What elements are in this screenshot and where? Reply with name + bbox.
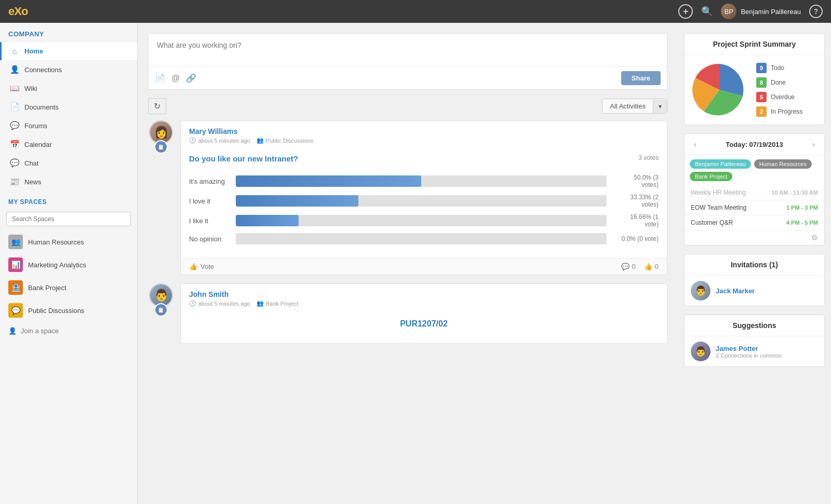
vote-label: Vote <box>200 263 214 270</box>
space-item-marketing[interactable]: 📊 Marketing Analytics <box>0 253 137 276</box>
activity-time-1: 🕐 about 5 minutes ago <box>189 137 250 144</box>
company-section-title: COMPANY <box>0 23 137 42</box>
filter-dropdown[interactable]: All Activities ▾ <box>602 99 667 114</box>
doc-preview: PUR1207/02 <box>181 311 667 343</box>
cal-tag-hr[interactable]: Human Resources <box>754 159 812 169</box>
jack-marker-avatar[interactable]: 👨 <box>691 281 711 301</box>
calendar-prev-button[interactable]: ‹ <box>691 139 700 149</box>
cal-tag-benjamin[interactable]: Benjamin Paillereau <box>690 159 751 169</box>
documents-icon: 📄 <box>10 102 19 112</box>
like-stat-1[interactable]: 👍 0 <box>644 263 659 270</box>
activity-author-2[interactable]: John Smith <box>189 290 659 298</box>
search-spaces-input[interactable] <box>6 212 131 226</box>
sidebar-item-chat[interactable]: 💬 Chat <box>0 154 137 172</box>
post-box: 📄 @ 🔗 Share <box>148 33 667 90</box>
home-icon: ⌂ <box>10 47 19 56</box>
james-potter-avatar[interactable]: 👨 <box>691 342 711 361</box>
poll-option-label-4: No opinion <box>189 235 231 243</box>
poll-option-label-3: I like it <box>189 217 231 225</box>
forums-icon: 💬 <box>10 121 19 130</box>
activity-item-2: 👨 📋 John Smith 🕐 about 5 minutes ago <box>148 283 667 344</box>
poll-option-2: I love it 33.33% (2votes) <box>189 194 659 208</box>
user-menu[interactable]: BP Benjamin Paillereau <box>721 4 801 19</box>
poll-option-label-2: I love it <box>189 197 231 205</box>
cal-event-hr-time: 10 AM - 11:30 AM <box>771 189 818 196</box>
hr-space-label: Human Resources <box>28 238 84 246</box>
poll-option-4: No opinion 0.0% (0 vote) <box>189 233 659 244</box>
activity-space-2: 👥 Bank Project <box>257 300 298 307</box>
poll-question: Do you like our new Intranet? <box>189 154 298 163</box>
jack-marker-name[interactable]: Jack Marker <box>716 287 755 295</box>
sidebar-item-label-news: News <box>24 178 42 186</box>
sidebar-item-news[interactable]: 📰 News <box>0 172 137 191</box>
like-count-1: 0 <box>655 263 659 270</box>
activity-author-1[interactable]: Mary Williams <box>189 127 659 135</box>
sidebar-item-wiki[interactable]: 📖 Wiki <box>0 79 137 98</box>
sidebar-item-label-connections: Connections <box>24 66 62 74</box>
logo-o: o <box>21 5 28 18</box>
sidebar-item-home[interactable]: ⌂ Home <box>0 42 137 60</box>
james-potter-name[interactable]: James Potter <box>716 345 818 352</box>
space-item-bank[interactable]: 🏦 Bank Project <box>0 276 137 299</box>
filter-label: All Activities <box>602 99 653 113</box>
logo[interactable]: eXo <box>8 5 28 18</box>
calendar-tags: Benjamin Paillereau Human Resources Bank… <box>685 155 824 185</box>
attach-file-icon[interactable]: 📄 <box>155 73 165 83</box>
sidebar-item-label-home: Home <box>24 47 43 55</box>
activity-footer-1: 👍 Vote 💬 0 👍 0 <box>181 258 667 275</box>
sidebar-item-documents[interactable]: 📄 Documents <box>0 98 137 116</box>
top-nav-right: + 🔍 BP Benjamin Paillereau ? <box>678 4 823 19</box>
activity-timeago-2: about 5 minutes ago <box>198 301 250 307</box>
post-toolbar-icons: 📄 @ 🔗 <box>155 73 196 83</box>
poll-bar-container-2 <box>236 195 607 207</box>
poll-pct-2: 33.33% (2votes) <box>612 194 659 208</box>
marketing-space-icon: 📊 <box>8 257 23 272</box>
activity-space-name-2[interactable]: Bank Project <box>266 301 298 307</box>
add-icon[interactable]: + <box>678 4 693 19</box>
doc-type-icon: 📋 <box>154 303 168 317</box>
mention-icon[interactable]: @ <box>171 74 180 83</box>
doc-title[interactable]: PUR1207/02 <box>189 319 659 329</box>
link-icon[interactable]: 🔗 <box>186 73 196 83</box>
calendar-settings-icon[interactable]: ⚙ <box>685 230 824 245</box>
poll-content: Do you like our new Intranet? 3 votes It… <box>181 148 667 258</box>
sidebar-item-calendar[interactable]: 📅 Calendar <box>0 135 137 154</box>
legend-todo: 9 Todo <box>756 63 802 73</box>
refresh-button[interactable]: ↻ <box>148 98 166 114</box>
calendar-icon: 📅 <box>10 140 19 149</box>
invitations-widget: Invitations (1) 👨 Jack Marker <box>684 254 825 306</box>
calendar-next-button[interactable]: › <box>809 139 818 149</box>
cal-event-hr-meeting[interactable]: Weekly HR Meeting 10 AM - 11:30 AM <box>685 185 824 200</box>
cal-event-eow[interactable]: EOW Team Meeting 1 PM - 3 PM <box>685 200 824 215</box>
comment-count-1: 0 <box>632 263 636 270</box>
activity-space-name-1[interactable]: Public Discussions <box>266 138 314 144</box>
poll-pct-3: 16.66% (1vote) <box>612 213 659 228</box>
poll-bar-container-3 <box>236 215 607 226</box>
pie-chart <box>691 61 748 118</box>
space-icon-1: 👥 <box>257 137 264 144</box>
filter-arrow-icon[interactable]: ▾ <box>653 100 667 113</box>
activity-avatar-col-2: 👨 📋 <box>148 283 174 344</box>
hr-space-icon: 👥 <box>8 235 23 249</box>
james-potter-info: James Potter 2 Connections in common <box>716 345 818 359</box>
cal-tag-bank[interactable]: Bank Project <box>690 172 732 181</box>
my-spaces-title: MY SPACES <box>0 191 137 210</box>
cal-event-customer[interactable]: Customer Q&R 4 PM - 5 PM <box>685 215 824 230</box>
vote-button[interactable]: 👍 Vote <box>189 263 214 270</box>
activity-avatar-col-1: 👩 📋 <box>148 120 174 275</box>
search-icon[interactable]: 🔍 <box>701 6 713 17</box>
space-item-hr[interactable]: 👥 Human Resources <box>0 230 137 253</box>
comment-icon-1: 💬 <box>621 263 629 270</box>
share-button[interactable]: Share <box>621 71 661 85</box>
space-item-public[interactable]: 💬 Public Discussions <box>0 299 137 322</box>
post-textarea[interactable] <box>149 34 667 65</box>
sidebar-item-connections[interactable]: 👤 Connections <box>0 60 137 79</box>
comment-stat-1[interactable]: 💬 0 <box>621 263 636 270</box>
join-space-label: Join a space <box>21 327 59 335</box>
activity-timeline: 👩 📋 Mary Williams 🕐 about 5 minutes ago <box>148 120 667 344</box>
help-icon[interactable]: ? <box>809 5 823 18</box>
sidebar-item-forums[interactable]: 💬 Forums <box>0 116 137 135</box>
poll-option-3: I like it 16.66% (1vote) <box>189 213 659 228</box>
join-space[interactable]: 👤 Join a space <box>0 322 137 340</box>
legend-inprogress-label: In Progress <box>771 108 802 115</box>
